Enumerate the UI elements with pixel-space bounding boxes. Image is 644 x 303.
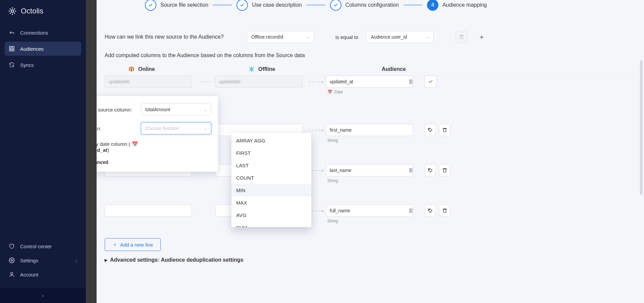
function-option[interactable]: MAX (231, 197, 311, 209)
tag-row-button[interactable] (425, 124, 436, 136)
audience-field-value: updated_at (330, 79, 353, 84)
svg-point-9 (429, 129, 429, 129)
svg-rect-13 (410, 209, 411, 213)
mapping-row: ----→ full_name String (105, 201, 636, 229)
audience-field[interactable]: full_name (326, 205, 413, 217)
date-icon: 📅 (327, 90, 332, 94)
online-field[interactable]: updatedAt (105, 76, 192, 88)
svg-rect-14 (411, 209, 412, 213)
column-settings-icon[interactable] (408, 167, 415, 174)
svg-point-12 (429, 169, 429, 170)
field-type-label: String (327, 138, 338, 143)
svg-rect-4 (12, 49, 14, 51)
tag-row-button[interactable] (425, 205, 436, 217)
delete-row-button[interactable] (439, 124, 450, 136)
function-option[interactable]: FIRST (231, 147, 311, 159)
header-label: Online (138, 66, 155, 72)
field-type: String (326, 219, 417, 223)
snowflake-icon (248, 66, 255, 73)
sidebar-item-settings[interactable]: Settings › (5, 253, 81, 267)
column-settings-icon[interactable] (408, 207, 415, 214)
sidebar-item-account[interactable]: Account (5, 267, 81, 282)
step-label: Source file selection (160, 2, 208, 8)
svg-rect-8 (411, 80, 412, 84)
tag-icon (428, 208, 433, 213)
link-left-select[interactable]: Offline.recordId ⌄ (247, 31, 314, 43)
svg-rect-1 (9, 46, 11, 48)
sidebar: Octolis Connections Audiences Syncs (0, 0, 86, 303)
chevron-down-icon: ⌄ (204, 107, 208, 112)
link-right-select[interactable]: Audience.user_id ⌄ (366, 31, 433, 43)
sidebar-item-syncs[interactable]: Syncs (5, 58, 81, 72)
sidebar-item-control-center[interactable]: Control center (5, 239, 81, 253)
function-select[interactable]: Choose function ⌄ (141, 122, 211, 134)
header-label: Audience (382, 66, 406, 72)
step-audience-mapping[interactable]: 4 Audience mapping (427, 0, 487, 11)
audience-field[interactable]: last_name (326, 164, 413, 176)
trash-icon (442, 127, 447, 133)
magento-icon (128, 66, 135, 73)
login-icon (9, 30, 15, 36)
offline-field[interactable]: updatedAt (215, 76, 303, 88)
advanced-settings-toggle[interactable]: ▶ Advanced settings: Audience deduplicat… (105, 251, 636, 271)
refresh-icon (9, 62, 15, 68)
filter-by-date-label: Filter by date column ( 📅 updated_at) (97, 141, 211, 153)
online-field[interactable] (105, 205, 192, 217)
step-source-file[interactable]: Source file selection (145, 0, 208, 11)
sidebar-item-audiences[interactable]: Audiences (5, 42, 81, 56)
field-type: 📅 Date (326, 90, 417, 94)
sidebar-item-label: Audiences (20, 46, 44, 52)
svg-rect-3 (9, 49, 11, 51)
panel-edge (86, 0, 97, 303)
svg-rect-7 (410, 80, 411, 84)
function-option[interactable]: AVG (231, 209, 311, 221)
function-option[interactable]: LAST (231, 159, 311, 172)
source-column-select[interactable]: totalAmount ⌄ (141, 103, 211, 116)
function-option[interactable]: MIN (231, 184, 311, 197)
date-icon: 📅 (132, 141, 138, 147)
sidebar-item-label: Control center (20, 244, 52, 249)
delete-row-button[interactable] (439, 164, 450, 176)
select-placeholder: Choose function (145, 126, 179, 131)
sidebar-item-label: Settings (20, 258, 38, 263)
delete-row-button[interactable] (439, 205, 450, 217)
tag-row-button[interactable] (425, 164, 436, 176)
audience-field[interactable]: first_name (326, 124, 413, 136)
sidebar-collapse-button[interactable]: ‹ (0, 288, 86, 303)
step-check-icon (330, 0, 341, 11)
column-settings-icon[interactable] (408, 78, 415, 85)
filter-column-name: updated_at (97, 147, 107, 153)
sidebar-nav-bottom: Control center Settings › Account (0, 238, 86, 288)
add-line-label: Add a new line (120, 242, 153, 248)
add-link-button[interactable]: ＋ (476, 31, 488, 43)
step-columns-config[interactable]: Columns configuration (330, 0, 399, 11)
function-option[interactable]: COUNT (231, 172, 311, 184)
select-value: Offline.recordId (251, 34, 283, 40)
scrollbar[interactable] (640, 60, 643, 195)
chevron-down-icon: ⌄ (204, 126, 208, 131)
confirm-row-button[interactable] (425, 76, 437, 88)
chevron-left-icon: ‹ (42, 293, 44, 298)
header-offline: Offline (225, 66, 339, 73)
svg-point-15 (429, 209, 429, 210)
audience-field[interactable]: updated_at (326, 76, 413, 88)
popover-advanced-toggle[interactable]: ▶ Advanced (97, 160, 211, 165)
computed-columns-instruction: Add computed columns to the Audience bas… (105, 51, 636, 64)
field-type-label: Date (334, 90, 343, 94)
step-use-case[interactable]: Use case description (236, 0, 302, 11)
link-row: How can we link this new source to the A… (105, 17, 636, 51)
sidebar-item-connections[interactable]: Connections (5, 26, 81, 40)
header-label: Offline (258, 66, 275, 72)
function-option[interactable]: ARRAY AGG (231, 134, 311, 147)
add-line-button[interactable]: ＋ Add a new line (105, 238, 161, 251)
brand-name: Octolis (21, 7, 43, 15)
function-option[interactable]: SUM (231, 221, 311, 227)
advanced-settings-label: Advanced settings: Audience deduplicatio… (110, 257, 244, 263)
delete-link-button[interactable] (455, 31, 468, 43)
step-connector (307, 5, 325, 5)
step-label: Audience mapping (442, 2, 487, 8)
step-connector (404, 5, 422, 5)
svg-rect-10 (410, 169, 411, 172)
sidebar-item-label: Account (20, 272, 38, 277)
brand-icon (7, 6, 17, 16)
